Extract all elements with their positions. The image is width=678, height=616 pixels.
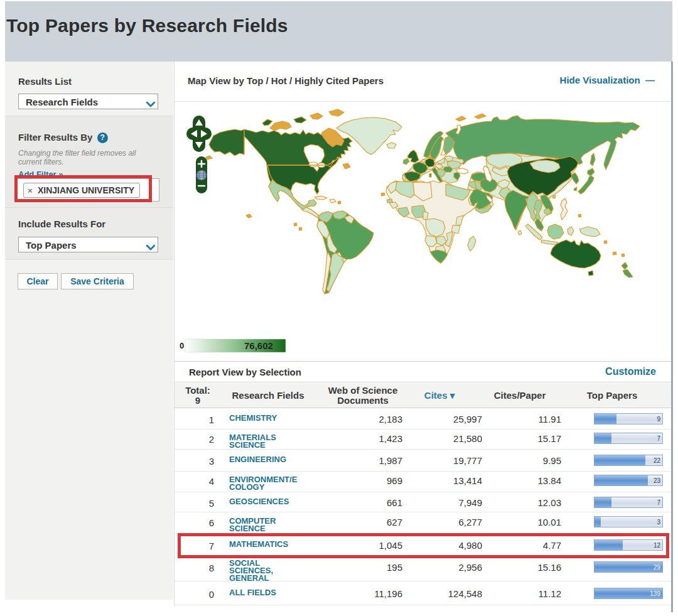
svg-text:76,602: 76,602 [244,340,273,351]
svg-text:0: 0 [180,341,184,350]
